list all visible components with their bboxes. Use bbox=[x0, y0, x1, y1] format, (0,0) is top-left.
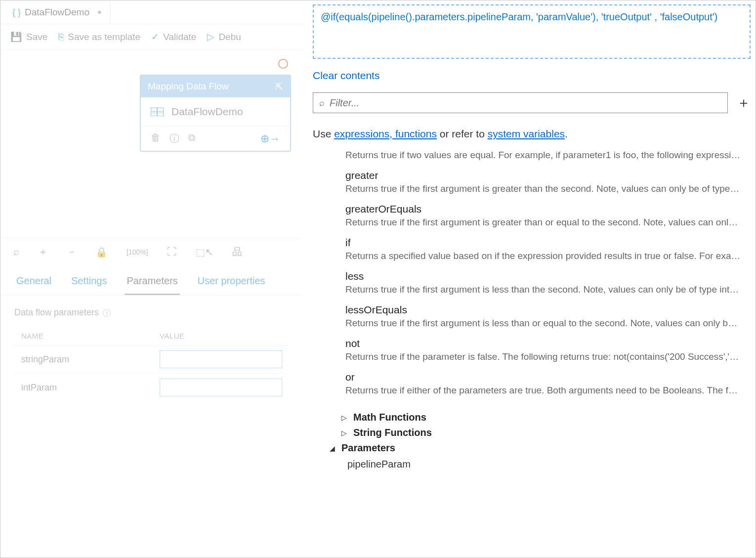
info-action-icon[interactable]: ⓘ bbox=[169, 132, 179, 145]
tree-parameters[interactable]: ◢ Parameters bbox=[330, 442, 751, 454]
function-item[interactable]: Returns true if two values are equal. Fo… bbox=[345, 150, 751, 161]
filter-input-wrap[interactable]: ⌕ bbox=[313, 92, 728, 113]
add-content-button[interactable]: ＋ bbox=[737, 93, 751, 112]
play-icon: ▷ bbox=[207, 31, 214, 43]
pipeline-icon: { } bbox=[12, 7, 21, 18]
dataflow-activity[interactable]: Mapping Data Flow ⇱ ⌸⌸ DataFlowDemo 🗑 ⓘ … bbox=[140, 75, 291, 152]
system-variables-link[interactable]: system variables bbox=[488, 128, 565, 139]
function-item[interactable]: less Returns true if the first argument … bbox=[345, 270, 751, 295]
info-icon[interactable]: i bbox=[103, 309, 111, 317]
tab-modified-indicator[interactable]: • bbox=[97, 6, 101, 18]
pipeline-tab[interactable]: { } DataFlowDemo • bbox=[3, 1, 111, 24]
clear-contents-link[interactable]: Clear contents bbox=[313, 70, 751, 82]
param-value-input[interactable] bbox=[160, 379, 282, 396]
param-row: intParam bbox=[14, 373, 289, 401]
pipeline-canvas[interactable]: Mapping Data Flow ⇱ ⌸⌸ DataFlowDemo 🗑 ⓘ … bbox=[0, 50, 303, 238]
save-icon: 💾 bbox=[10, 31, 22, 43]
caret-right-icon: ▷ bbox=[341, 414, 348, 422]
caret-right-icon: ▷ bbox=[341, 429, 348, 437]
tab-parameters[interactable]: Parameters bbox=[125, 270, 179, 295]
function-item[interactable]: or Returns true if either of the paramet… bbox=[345, 371, 751, 396]
params-header: NAME VALUE bbox=[14, 327, 289, 345]
tab-bar: { } DataFlowDemo • bbox=[0, 0, 303, 24]
search-canvas-icon[interactable]: ⌕ bbox=[13, 246, 19, 258]
expression-builder-panel: Clear contents ⌕ ＋ Use expressions, func… bbox=[303, 0, 756, 558]
layout-icon[interactable]: 品 bbox=[232, 245, 242, 258]
caret-down-icon: ◢ bbox=[330, 444, 336, 452]
tab-user-properties[interactable]: User properties bbox=[196, 270, 267, 295]
search-icon: ⌕ bbox=[319, 98, 325, 108]
params-table: NAME VALUE stringParam intParam bbox=[14, 327, 289, 401]
function-item[interactable]: if Returns a specified value based on if… bbox=[345, 237, 751, 261]
params-section-label: Data flow parameters i bbox=[14, 307, 289, 318]
left-panel: { } DataFlowDemo • 💾 Save ⎘ Save as temp… bbox=[0, 0, 303, 558]
dataflow-icon: ⌸⌸ bbox=[151, 105, 164, 118]
tab-title: DataFlowDemo bbox=[25, 7, 89, 18]
validation-error-icon[interactable] bbox=[278, 59, 288, 69]
copy-icon[interactable]: ⧉ bbox=[188, 132, 195, 145]
add-output-icon[interactable]: ⊕→ bbox=[260, 132, 280, 145]
activity-header: Mapping Data Flow ⇱ bbox=[141, 76, 290, 97]
zoom-100-icon[interactable]: [100%] bbox=[126, 248, 148, 256]
properties-tabs: General Settings Parameters User propert… bbox=[0, 265, 303, 296]
help-text: Use expressions, functions or refer to s… bbox=[313, 128, 751, 140]
zoom-in-icon[interactable]: ＋ bbox=[38, 245, 48, 258]
toolbar: 💾 Save ⎘ Save as template ✓ Validate ▷ D… bbox=[0, 24, 303, 50]
param-value-input[interactable] bbox=[160, 350, 282, 368]
expression-input[interactable] bbox=[313, 4, 751, 59]
tree-param-leaf[interactable]: pipelineParam bbox=[330, 459, 751, 470]
select-icon[interactable]: ⬚↖ bbox=[196, 246, 213, 258]
save-template-button[interactable]: ⎘ Save as template bbox=[58, 32, 140, 43]
function-item[interactable]: lessOrEquals Returns true if the first a… bbox=[345, 304, 751, 329]
template-icon: ⎘ bbox=[58, 32, 64, 43]
tree-math-functions[interactable]: ▷ Math Functions bbox=[330, 412, 751, 423]
expressions-link[interactable]: expressions, functions bbox=[334, 128, 437, 139]
tab-general[interactable]: General bbox=[14, 270, 53, 295]
function-item[interactable]: greater Returns true if the first argume… bbox=[345, 170, 751, 194]
validate-button[interactable]: ✓ Validate bbox=[151, 31, 196, 43]
delete-icon[interactable]: 🗑 bbox=[151, 132, 161, 145]
debug-button[interactable]: ▷ Debu bbox=[207, 31, 241, 43]
fit-screen-icon[interactable]: ⛶ bbox=[167, 246, 177, 258]
check-icon: ✓ bbox=[151, 31, 159, 43]
filter-row: ⌕ ＋ bbox=[313, 92, 751, 113]
lock-icon[interactable]: 🔒 bbox=[95, 246, 108, 258]
activity-body: ⌸⌸ DataFlowDemo bbox=[141, 97, 290, 126]
zoom-out-icon[interactable]: － bbox=[67, 245, 77, 258]
expand-icon[interactable]: ⇱ bbox=[275, 81, 283, 92]
filter-input[interactable] bbox=[330, 97, 721, 109]
activity-footer: 🗑 ⓘ ⧉ ⊕→ bbox=[141, 126, 290, 151]
save-button[interactable]: 💾 Save bbox=[10, 31, 47, 43]
function-list: Returns true if two values are equal. Fo… bbox=[313, 150, 751, 405]
tree-string-functions[interactable]: ▷ String Functions bbox=[330, 427, 751, 438]
tab-settings[interactable]: Settings bbox=[69, 270, 109, 295]
function-item[interactable]: greaterOrEquals Returns true if the firs… bbox=[345, 203, 751, 228]
param-row: stringParam bbox=[14, 345, 289, 373]
parameters-section: Data flow parameters i NAME VALUE string… bbox=[0, 296, 303, 413]
designer-toolbar: ⌕ ＋ － 🔒 [100%] ⛶ ⬚↖ 品 bbox=[0, 238, 303, 265]
function-item[interactable]: not Returns true if the parameter is fal… bbox=[345, 338, 751, 362]
